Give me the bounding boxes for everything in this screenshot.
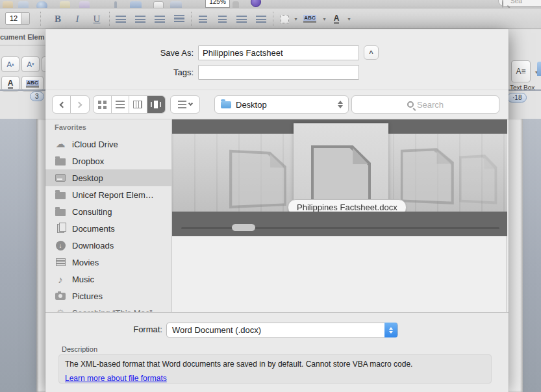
- highlight-button[interactable]: ABC: [300, 12, 320, 26]
- list-view-button[interactable]: [112, 96, 130, 113]
- location-popup[interactable]: Desktop: [214, 95, 349, 114]
- italic-button[interactable]: I: [69, 12, 86, 26]
- tags-input[interactable]: [198, 65, 359, 80]
- align-center-icon: [135, 16, 145, 23]
- font-size-dropdown-icon[interactable]: [21, 13, 29, 24]
- description-header: Description: [62, 345, 97, 353]
- borders-icon: [281, 15, 289, 23]
- bullet-list-icon: [218, 16, 227, 23]
- file-preview-left[interactable]: [229, 150, 286, 208]
- sidebar-item-searching-this-mac[interactable]: ⚙ Searching “This Mac”: [45, 304, 172, 312]
- justify-button[interactable]: [170, 12, 188, 26]
- coverflow-scrollbar-track[interactable]: [181, 227, 499, 229]
- icon-view-button[interactable]: [94, 96, 112, 113]
- layout-icon[interactable]: [153, 1, 164, 8]
- columns-icon[interactable]: [130, 1, 142, 8]
- right-margin-badge: ·18: [509, 93, 527, 103]
- sidebar-item-consulting[interactable]: Consulting: [45, 203, 172, 220]
- coverflow-bottom-band: [172, 212, 507, 236]
- italic-label: I: [76, 14, 79, 25]
- highlight-label: ABC: [26, 80, 38, 88]
- forward-button[interactable]: [71, 96, 89, 113]
- column-view-button[interactable]: [129, 96, 147, 113]
- save-icon[interactable]: [36, 1, 47, 8]
- format-label: Format:: [94, 325, 162, 334]
- search-placeholder: Search: [417, 100, 444, 110]
- camera-icon: [55, 293, 66, 300]
- align-right-button[interactable]: [151, 12, 169, 26]
- dropdown-arrow-icon: ▾: [294, 16, 297, 22]
- word-page-edge-right: [509, 119, 523, 392]
- shrink-font-button[interactable]: A▾: [21, 56, 40, 72]
- sidebar-item-desktop[interactable]: Desktop: [45, 169, 172, 186]
- learn-more-link[interactable]: Learn more about file formats: [65, 374, 167, 383]
- format-select[interactable]: Word Document (.docx): [166, 323, 398, 337]
- borders-button[interactable]: [277, 12, 292, 26]
- save-as-input[interactable]: [198, 45, 359, 60]
- up-arrow-icon: ▴: [12, 62, 14, 67]
- browser-content: Favorites ☁ iCloud Drive Dropbox Desktop…: [45, 119, 509, 312]
- underline-button[interactable]: U: [88, 12, 105, 26]
- sidebar-item-unicef-report[interactable]: Unicef Report Elem…: [45, 186, 172, 203]
- align-left-button[interactable]: [112, 12, 130, 26]
- sidebar-item-music[interactable]: ♪ Music: [45, 271, 172, 288]
- align-right-icon: [155, 16, 165, 23]
- borders-dropdown[interactable]: ▾: [291, 12, 299, 26]
- underline-label: U: [94, 14, 101, 25]
- document-elements-tab[interactable]: cument Elem: [0, 33, 44, 41]
- print-icon[interactable]: [60, 1, 70, 8]
- coverflow-view-button[interactable]: [147, 96, 165, 113]
- new-document-icon[interactable]: [3, 1, 13, 8]
- font-color-dropdown[interactable]: ▾: [344, 12, 352, 26]
- coverflow-scrollbar-thumb[interactable]: [232, 224, 255, 231]
- numbered-list-button[interactable]: [194, 12, 212, 26]
- left-margin-badge: 3: [30, 92, 44, 101]
- separator: [273, 12, 273, 26]
- numbered-list-icon: [199, 16, 207, 23]
- decrease-indent-button[interactable]: [233, 12, 251, 26]
- help-icon[interactable]: [251, 0, 261, 7]
- sidebar-item-downloads[interactable]: ↓ Downloads: [45, 237, 172, 254]
- screen: 125% Sea 12 B I U ▾ ABC ▾ A ▾: [0, 0, 541, 392]
- word-toolbox-left: cument Elem A▴ A▾ Aa A ABC 3: [0, 29, 45, 119]
- font-color-button[interactable]: A: [329, 12, 344, 26]
- separator: [40, 12, 41, 26]
- sidebar-item-pictures[interactable]: Pictures: [45, 288, 172, 304]
- file-list-area[interactable]: [172, 236, 507, 312]
- popup-stepper-icon: [338, 101, 343, 108]
- bold-button[interactable]: B: [49, 12, 66, 26]
- icon-view-icon: [98, 101, 107, 109]
- desktop-background-left: [0, 119, 36, 392]
- expand-dialog-button[interactable]: ^: [364, 45, 379, 60]
- description-box: The XML-based format that Word documents…: [58, 354, 492, 384]
- chevron-right-icon: [76, 101, 82, 108]
- back-button[interactable]: [53, 96, 71, 113]
- undo-icon[interactable]: [79, 1, 90, 8]
- increase-indent-button[interactable]: [252, 12, 270, 26]
- save-as-label: Save As:: [123, 48, 194, 58]
- bullet-list-button[interactable]: [213, 12, 231, 26]
- arrange-menu-button[interactable]: [171, 96, 199, 113]
- sidebar-item-movies[interactable]: Movies: [45, 254, 172, 271]
- file-preview-right[interactable]: [401, 147, 454, 204]
- grow-font-button[interactable]: A▴: [1, 56, 19, 72]
- media-browser-icon[interactable]: [170, 1, 182, 8]
- align-center-button[interactable]: [131, 12, 149, 26]
- open-icon[interactable]: [18, 1, 29, 8]
- increase-indent-icon: [256, 16, 266, 23]
- word-search-text: Sea: [510, 0, 522, 5]
- arrange-control: [170, 95, 200, 114]
- sidebar-item-documents[interactable]: Documents: [45, 220, 172, 237]
- sidebar-item-icloud-drive[interactable]: ☁ iCloud Drive: [45, 136, 172, 153]
- word-search-field[interactable]: Sea: [498, 0, 541, 6]
- font-size-combo[interactable]: 12: [5, 12, 30, 25]
- word-page-edge-left: [36, 119, 45, 392]
- shape-icon[interactable]: [537, 62, 541, 76]
- zoom-level-combo[interactable]: 125%: [205, 0, 230, 8]
- show-hide-icon[interactable]: [114, 1, 117, 8]
- text-box-button[interactable]: A≡: [511, 60, 531, 82]
- highlight-dropdown[interactable]: ▾: [320, 12, 327, 26]
- search-field[interactable]: Search: [351, 95, 499, 114]
- sidebar-item-dropbox[interactable]: Dropbox: [45, 153, 172, 169]
- zoom-dropdown-arrow-icon[interactable]: [233, 1, 239, 8]
